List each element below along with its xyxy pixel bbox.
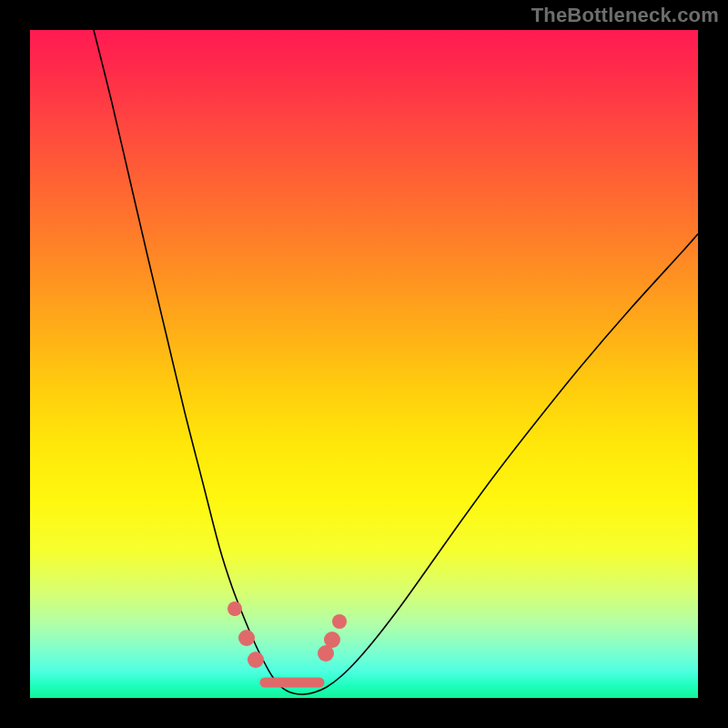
outer-frame: TheBottleneck.com: [0, 0, 728, 728]
curve-marker: [324, 632, 340, 648]
curve-marker: [228, 602, 242, 616]
bottleneck-curve: [94, 30, 698, 694]
curve-marker: [248, 652, 264, 668]
curve-marker: [238, 630, 255, 646]
curve-marker: [332, 614, 347, 629]
plot-area: [30, 30, 698, 698]
watermark-text: TheBottleneck.com: [531, 4, 719, 27]
chart-svg: [30, 30, 698, 698]
curve-markers: [228, 602, 347, 682]
